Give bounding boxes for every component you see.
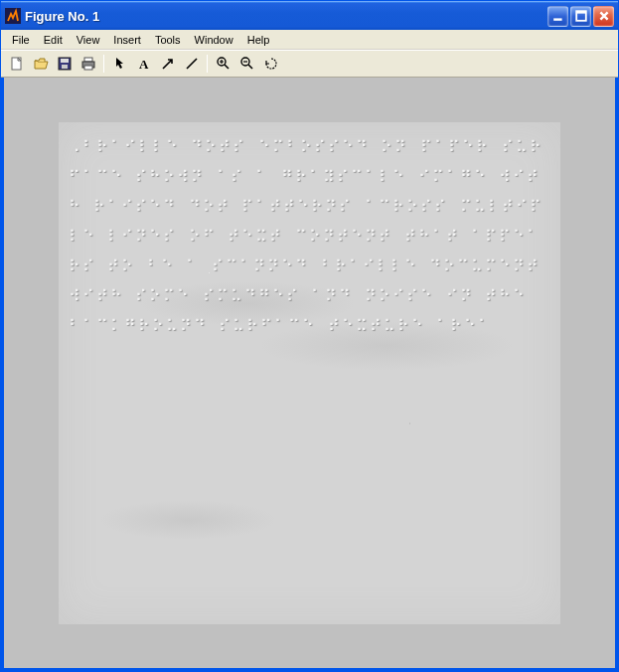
zoom-out-icon xyxy=(239,56,255,72)
window-title: Figure No. 1 xyxy=(25,9,547,24)
menubar: File Edit View Insert Tools Window Help xyxy=(1,30,618,50)
save-button[interactable] xyxy=(53,53,76,75)
menu-edit[interactable]: Edit xyxy=(37,33,70,47)
maximize-button[interactable] xyxy=(570,6,591,27)
svg-rect-3 xyxy=(576,11,586,13)
toolbar: A xyxy=(1,50,618,78)
svg-rect-8 xyxy=(84,58,92,62)
figure-window: Figure No. 1 File Edit View Insert Tools… xyxy=(0,0,619,672)
line-icon xyxy=(184,56,200,72)
insert-text-button[interactable]: A xyxy=(132,53,155,75)
svg-rect-7 xyxy=(62,65,68,69)
matlab-app-icon xyxy=(5,8,21,24)
braille-image-content: ⠠⠃⠗⠁⠊⠇⠇⠑ ⠙⠕⠞⠎ ⠑⠍⠃⠕⠎⠎⠑⠙ ⠕⠝ ⠏⠁⠏⠑⠗ ⠎⠥⠗⠋⠁⠉⠑ … xyxy=(69,132,550,614)
menu-help[interactable]: Help xyxy=(240,33,277,47)
new-icon xyxy=(9,56,25,72)
close-button[interactable] xyxy=(593,6,614,27)
toolbar-separator xyxy=(207,55,208,73)
menu-insert[interactable]: Insert xyxy=(106,33,148,47)
titlebar: Figure No. 1 xyxy=(1,1,618,30)
open-icon xyxy=(33,56,49,72)
minimize-button[interactable] xyxy=(547,6,568,27)
zoom-in-icon xyxy=(216,56,232,72)
menu-window[interactable]: Window xyxy=(188,33,240,47)
menu-file[interactable]: File xyxy=(5,33,37,47)
figure-content-area: ⠠⠃⠗⠁⠊⠇⠇⠑ ⠙⠕⠞⠎ ⠑⠍⠃⠕⠎⠎⠑⠙ ⠕⠝ ⠏⠁⠏⠑⠗ ⠎⠥⠗⠋⠁⠉⠑ … xyxy=(1,78,618,671)
window-buttons xyxy=(547,6,614,27)
rotate-3d-button[interactable] xyxy=(259,53,282,75)
zoom-out-button[interactable] xyxy=(235,53,258,75)
print-icon xyxy=(80,56,96,72)
toolbar-separator xyxy=(103,55,104,73)
svg-rect-1 xyxy=(553,18,561,20)
menu-tools[interactable]: Tools xyxy=(148,33,188,47)
save-icon xyxy=(57,56,73,72)
rotate-icon xyxy=(263,56,279,72)
arrow-ne-icon xyxy=(160,56,176,72)
insert-arrow-button[interactable] xyxy=(156,53,179,75)
edit-plot-button[interactable] xyxy=(108,53,131,75)
figure-axes[interactable]: ⠠⠃⠗⠁⠊⠇⠇⠑ ⠙⠕⠞⠎ ⠑⠍⠃⠕⠎⠎⠑⠙ ⠕⠝ ⠏⠁⠏⠑⠗ ⠎⠥⠗⠋⠁⠉⠑ … xyxy=(59,122,560,624)
zoom-in-button[interactable] xyxy=(212,53,234,75)
svg-rect-10 xyxy=(84,66,92,70)
svg-rect-6 xyxy=(61,59,69,63)
svg-text:A: A xyxy=(139,57,149,72)
arrow-icon xyxy=(112,56,128,72)
text-icon: A xyxy=(136,56,152,72)
insert-line-button[interactable] xyxy=(180,53,203,75)
open-button[interactable] xyxy=(29,53,52,75)
menu-view[interactable]: View xyxy=(70,33,107,47)
print-button[interactable] xyxy=(77,53,99,75)
new-figure-button[interactable] xyxy=(5,53,28,75)
